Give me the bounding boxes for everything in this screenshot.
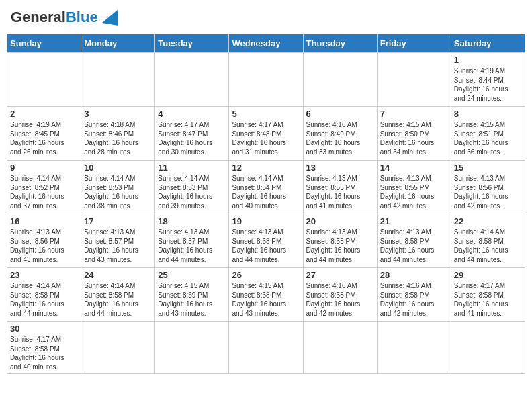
calendar-week-4: 16Sunrise: 4:13 AM Sunset: 8:56 PM Dayli… bbox=[7, 214, 525, 268]
day-number: 21 bbox=[380, 216, 448, 226]
calendar-cell: 29Sunrise: 4:17 AM Sunset: 8:58 PM Dayli… bbox=[451, 268, 525, 322]
day-info: Sunrise: 4:13 AM Sunset: 8:55 PM Dayligh… bbox=[380, 174, 448, 210]
calendar-cell bbox=[229, 53, 303, 107]
page-header: GeneralBlue bbox=[7, 7, 525, 28]
day-number: 1 bbox=[454, 55, 522, 65]
calendar-cell bbox=[377, 322, 451, 374]
day-number: 9 bbox=[10, 163, 78, 173]
day-info: Sunrise: 4:14 AM Sunset: 8:53 PM Dayligh… bbox=[158, 174, 226, 210]
day-number: 8 bbox=[454, 109, 522, 119]
calendar-cell: 11Sunrise: 4:14 AM Sunset: 8:53 PM Dayli… bbox=[155, 161, 229, 214]
weekday-header-thursday: Thursday bbox=[303, 34, 377, 53]
day-number: 19 bbox=[232, 216, 300, 226]
day-number: 5 bbox=[232, 109, 300, 119]
calendar-cell: 22Sunrise: 4:14 AM Sunset: 8:58 PM Dayli… bbox=[451, 214, 525, 268]
calendar-cell: 2Sunrise: 4:19 AM Sunset: 8:45 PM Daylig… bbox=[7, 107, 81, 161]
calendar-cell: 1Sunrise: 4:19 AM Sunset: 8:44 PM Daylig… bbox=[451, 53, 525, 107]
logo-icon bbox=[99, 7, 118, 26]
calendar-cell: 26Sunrise: 4:15 AM Sunset: 8:58 PM Dayli… bbox=[229, 268, 303, 322]
day-number: 12 bbox=[232, 163, 300, 173]
day-number: 24 bbox=[84, 270, 152, 280]
day-info: Sunrise: 4:16 AM Sunset: 8:49 PM Dayligh… bbox=[306, 120, 374, 156]
calendar-cell bbox=[7, 53, 81, 107]
day-number: 25 bbox=[158, 270, 226, 280]
calendar-cell: 12Sunrise: 4:14 AM Sunset: 8:54 PM Dayli… bbox=[229, 161, 303, 214]
day-info: Sunrise: 4:19 AM Sunset: 8:45 PM Dayligh… bbox=[10, 120, 78, 156]
calendar-cell: 9Sunrise: 4:14 AM Sunset: 8:52 PM Daylig… bbox=[7, 161, 81, 214]
day-number: 27 bbox=[306, 270, 374, 280]
calendar-cell: 18Sunrise: 4:13 AM Sunset: 8:57 PM Dayli… bbox=[155, 214, 229, 268]
weekday-header-row: SundayMondayTuesdayWednesdayThursdayFrid… bbox=[7, 34, 525, 53]
calendar-cell: 23Sunrise: 4:14 AM Sunset: 8:58 PM Dayli… bbox=[7, 268, 81, 322]
weekday-header-sunday: Sunday bbox=[7, 34, 81, 53]
day-info: Sunrise: 4:13 AM Sunset: 8:58 PM Dayligh… bbox=[306, 228, 374, 264]
day-number: 28 bbox=[380, 270, 448, 280]
day-number: 4 bbox=[158, 109, 226, 119]
day-number: 7 bbox=[380, 109, 448, 119]
calendar-cell bbox=[451, 322, 525, 374]
calendar-cell bbox=[155, 322, 229, 374]
logo: GeneralBlue bbox=[11, 9, 118, 26]
day-info: Sunrise: 4:14 AM Sunset: 8:58 PM Dayligh… bbox=[10, 281, 78, 318]
day-info: Sunrise: 4:14 AM Sunset: 8:54 PM Dayligh… bbox=[232, 174, 300, 210]
day-info: Sunrise: 4:17 AM Sunset: 8:58 PM Dayligh… bbox=[454, 281, 522, 318]
calendar-week-3: 9Sunrise: 4:14 AM Sunset: 8:52 PM Daylig… bbox=[7, 161, 525, 214]
day-info: Sunrise: 4:13 AM Sunset: 8:55 PM Dayligh… bbox=[306, 174, 374, 210]
day-number: 11 bbox=[158, 163, 226, 173]
day-info: Sunrise: 4:13 AM Sunset: 8:56 PM Dayligh… bbox=[454, 174, 522, 210]
day-info: Sunrise: 4:15 AM Sunset: 8:58 PM Dayligh… bbox=[232, 281, 300, 318]
calendar-cell bbox=[81, 53, 155, 107]
day-info: Sunrise: 4:15 AM Sunset: 8:51 PM Dayligh… bbox=[454, 120, 522, 156]
calendar-cell: 20Sunrise: 4:13 AM Sunset: 8:58 PM Dayli… bbox=[303, 214, 377, 268]
calendar-cell: 5Sunrise: 4:17 AM Sunset: 8:48 PM Daylig… bbox=[229, 107, 303, 161]
day-number: 6 bbox=[306, 109, 374, 119]
calendar-cell: 16Sunrise: 4:13 AM Sunset: 8:56 PM Dayli… bbox=[7, 214, 81, 268]
day-info: Sunrise: 4:14 AM Sunset: 8:58 PM Dayligh… bbox=[454, 228, 522, 264]
day-number: 29 bbox=[454, 270, 522, 280]
day-info: Sunrise: 4:13 AM Sunset: 8:58 PM Dayligh… bbox=[232, 228, 300, 264]
day-info: Sunrise: 4:15 AM Sunset: 8:50 PM Dayligh… bbox=[380, 120, 448, 156]
weekday-header-monday: Monday bbox=[81, 34, 155, 53]
calendar-cell: 13Sunrise: 4:13 AM Sunset: 8:55 PM Dayli… bbox=[303, 161, 377, 214]
calendar-cell: 17Sunrise: 4:13 AM Sunset: 8:57 PM Dayli… bbox=[81, 214, 155, 268]
day-info: Sunrise: 4:13 AM Sunset: 8:58 PM Dayligh… bbox=[380, 228, 448, 264]
day-number: 30 bbox=[10, 324, 78, 334]
calendar-cell: 4Sunrise: 4:17 AM Sunset: 8:47 PM Daylig… bbox=[155, 107, 229, 161]
calendar-week-1: 1Sunrise: 4:19 AM Sunset: 8:44 PM Daylig… bbox=[7, 53, 525, 107]
calendar-cell bbox=[81, 322, 155, 374]
weekday-header-friday: Friday bbox=[377, 34, 451, 53]
day-number: 13 bbox=[306, 163, 374, 173]
day-number: 18 bbox=[158, 216, 226, 226]
day-info: Sunrise: 4:14 AM Sunset: 8:53 PM Dayligh… bbox=[84, 174, 152, 210]
weekday-header-tuesday: Tuesday bbox=[155, 34, 229, 53]
calendar-cell: 10Sunrise: 4:14 AM Sunset: 8:53 PM Dayli… bbox=[81, 161, 155, 214]
calendar-cell: 7Sunrise: 4:15 AM Sunset: 8:50 PM Daylig… bbox=[377, 107, 451, 161]
day-number: 17 bbox=[84, 216, 152, 226]
day-info: Sunrise: 4:13 AM Sunset: 8:57 PM Dayligh… bbox=[158, 228, 226, 264]
day-number: 10 bbox=[84, 163, 152, 173]
day-number: 2 bbox=[10, 109, 78, 119]
calendar-week-5: 23Sunrise: 4:14 AM Sunset: 8:58 PM Dayli… bbox=[7, 268, 525, 322]
day-number: 3 bbox=[84, 109, 152, 119]
svg-marker-0 bbox=[102, 9, 118, 26]
logo-text: GeneralBlue bbox=[11, 10, 98, 25]
day-info: Sunrise: 4:15 AM Sunset: 8:59 PM Dayligh… bbox=[158, 281, 226, 318]
day-info: Sunrise: 4:16 AM Sunset: 8:58 PM Dayligh… bbox=[380, 281, 448, 318]
day-number: 26 bbox=[232, 270, 300, 280]
calendar-cell: 15Sunrise: 4:13 AM Sunset: 8:56 PM Dayli… bbox=[451, 161, 525, 214]
calendar-cell: 19Sunrise: 4:13 AM Sunset: 8:58 PM Dayli… bbox=[229, 214, 303, 268]
calendar-cell: 30Sunrise: 4:17 AM Sunset: 8:58 PM Dayli… bbox=[7, 322, 81, 374]
calendar-table: SundayMondayTuesdayWednesdayThursdayFrid… bbox=[7, 34, 525, 374]
calendar-cell bbox=[303, 322, 377, 374]
day-number: 22 bbox=[454, 216, 522, 226]
calendar-cell bbox=[303, 53, 377, 107]
calendar-cell: 27Sunrise: 4:16 AM Sunset: 8:58 PM Dayli… bbox=[303, 268, 377, 322]
calendar-cell: 21Sunrise: 4:13 AM Sunset: 8:58 PM Dayli… bbox=[377, 214, 451, 268]
calendar-cell: 8Sunrise: 4:15 AM Sunset: 8:51 PM Daylig… bbox=[451, 107, 525, 161]
calendar-cell: 14Sunrise: 4:13 AM Sunset: 8:55 PM Dayli… bbox=[377, 161, 451, 214]
calendar-week-2: 2Sunrise: 4:19 AM Sunset: 8:45 PM Daylig… bbox=[7, 107, 525, 161]
day-number: 16 bbox=[10, 216, 78, 226]
calendar-week-6: 30Sunrise: 4:17 AM Sunset: 8:58 PM Dayli… bbox=[7, 322, 525, 374]
day-info: Sunrise: 4:16 AM Sunset: 8:58 PM Dayligh… bbox=[306, 281, 374, 318]
day-info: Sunrise: 4:17 AM Sunset: 8:48 PM Dayligh… bbox=[232, 120, 300, 156]
